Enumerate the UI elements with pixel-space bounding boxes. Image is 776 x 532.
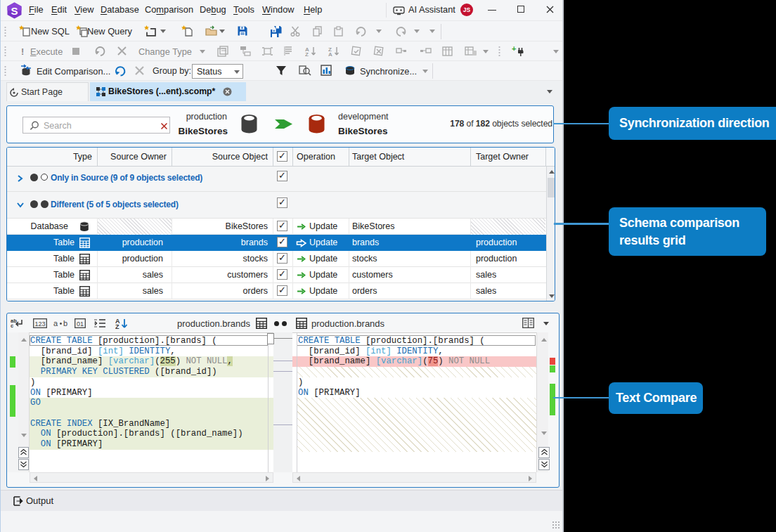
svg-text:Z: Z [305,51,309,57]
svg-text:+: + [512,45,516,53]
svg-text:c: c [11,323,13,329]
svg-text:b: b [63,319,67,327]
svg-text:A: A [328,51,332,57]
svg-text:Z: Z [115,323,119,330]
svg-text:a: a [53,319,58,327]
svg-text:01: 01 [77,320,84,327]
svg-text:S: S [11,5,18,17]
svg-text:123: 123 [35,320,46,327]
